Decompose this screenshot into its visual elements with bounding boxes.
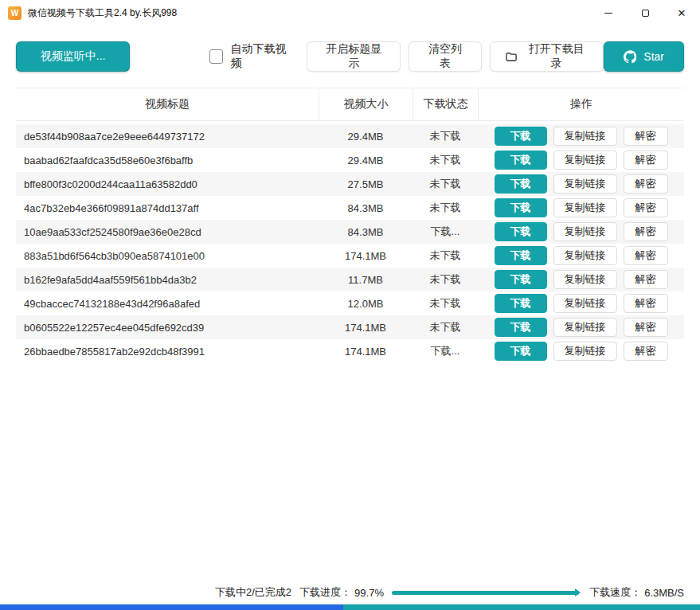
- footer-progress-strip: [0, 604, 700, 610]
- footer-progress-left: [0, 604, 343, 610]
- download-status: 未下载: [413, 129, 478, 143]
- auto-download-label: 自动下载视频: [230, 42, 294, 71]
- decrypt-button[interactable]: 解密: [624, 246, 668, 265]
- video-size: 174.1MB: [319, 250, 413, 262]
- download-button[interactable]: 下载: [495, 222, 547, 241]
- app-icon: W: [8, 6, 22, 20]
- app-window: W 微信视频号下载工具2.4 by.长风998 ✕ 视频监听中... 自动下载视…: [0, 0, 700, 610]
- video-size: 27.5MB: [319, 178, 413, 190]
- column-header-title: 视频标题: [16, 88, 319, 120]
- copy-link-button[interactable]: 复制链接: [553, 151, 617, 170]
- decrypt-button[interactable]: 解密: [624, 270, 668, 289]
- copy-link-button[interactable]: 复制链接: [553, 246, 617, 265]
- titlebar: W 微信视频号下载工具2.4 by.长风998 ✕: [0, 0, 700, 25]
- table-body: de53f44b908aa7ce2e9eee6449737172 29.4MB …: [16, 121, 684, 363]
- copy-link-button[interactable]: 复制链接: [553, 318, 617, 337]
- video-title: de53f44b908aa7ce2e9eee6449737172: [16, 131, 319, 143]
- decrypt-button[interactable]: 解密: [624, 294, 668, 313]
- decrypt-button[interactable]: 解密: [624, 318, 668, 337]
- progress-value: 99.7%: [354, 587, 384, 599]
- clear-list-button[interactable]: 清空列表: [409, 41, 481, 72]
- table-row: de53f44b908aa7ce2e9eee6449737172 29.4MB …: [16, 124, 684, 148]
- video-title: baabad62faafdca35d58e60e3f6baffb: [16, 154, 319, 166]
- video-size: 12.0MB: [319, 298, 413, 310]
- row-actions: 下载 复制链接 解密: [478, 222, 684, 241]
- download-button[interactable]: 下载: [495, 246, 547, 265]
- row-actions: 下载 复制链接 解密: [478, 198, 684, 217]
- minimize-icon: [604, 13, 612, 14]
- column-header-actions: 操作: [478, 88, 684, 120]
- video-size: 174.1MB: [319, 346, 413, 358]
- table-row: bffe800f3c0200d244caa11a63582dd0 27.5MB …: [16, 172, 684, 196]
- video-size: 84.3MB: [319, 202, 413, 214]
- column-header-status: 下载状态: [413, 88, 478, 120]
- table-row: 26bbaedbe7855817ab2e92dcb48f3991 174.1MB…: [16, 339, 684, 363]
- table-row: baabad62faafdca35d58e60e3f6baffb 29.4MB …: [16, 148, 684, 172]
- speed-label: 下载速度：: [589, 585, 641, 600]
- auto-download-checkbox[interactable]: [209, 49, 223, 64]
- row-actions: 下载 复制链接 解密: [478, 174, 684, 194]
- download-status: 未下载: [413, 153, 478, 167]
- speed-value: 6.3MB/S: [644, 587, 684, 599]
- video-title: bffe800f3c0200d244caa11a63582dd0: [16, 178, 319, 190]
- copy-link-button[interactable]: 复制链接: [553, 270, 617, 289]
- video-size: 174.1MB: [319, 322, 413, 334]
- copy-link-button[interactable]: 复制链接: [553, 222, 617, 241]
- copy-link-button[interactable]: 复制链接: [553, 294, 617, 313]
- download-count-text: 下载中2/已完成2: [215, 585, 291, 600]
- video-title: 49cbaccec74132188e43d42f96a8afed: [16, 298, 319, 310]
- download-button[interactable]: 下载: [495, 270, 547, 289]
- title-display-button[interactable]: 开启标题显示: [307, 41, 401, 72]
- video-table: 视频标题 视频大小 下载状态 操作 de53f44b908aa7ce2e9eee…: [16, 88, 684, 363]
- copy-link-button[interactable]: 复制链接: [553, 127, 617, 146]
- row-actions: 下载 复制链接 解密: [478, 342, 684, 361]
- row-actions: 下载 复制链接 解密: [478, 246, 684, 265]
- minimize-button[interactable]: [590, 0, 627, 25]
- copy-link-button[interactable]: 复制链接: [553, 198, 617, 217]
- download-status: 下载...: [413, 344, 478, 358]
- decrypt-button[interactable]: 解密: [624, 222, 668, 241]
- close-button[interactable]: ✕: [663, 0, 700, 25]
- star-button[interactable]: Star: [604, 41, 684, 72]
- download-button[interactable]: 下载: [495, 318, 547, 337]
- window-controls: ✕: [590, 0, 700, 25]
- star-label: Star: [643, 50, 664, 63]
- decrypt-button[interactable]: 解密: [624, 127, 668, 146]
- download-status: 未下载: [413, 320, 478, 334]
- open-download-dir-button[interactable]: 打开下载目录: [490, 41, 604, 72]
- footer-progress-right: [343, 604, 700, 610]
- video-title: 4ac7b32eb4e366f09891a874dd137aff: [16, 202, 319, 214]
- download-button[interactable]: 下载: [495, 198, 547, 217]
- table-row: 10ae9aa533cf2524580f9ae36e0e28cd 84.3MB …: [16, 220, 684, 244]
- table-header-row: 视频标题 视频大小 下载状态 操作: [16, 88, 684, 121]
- row-actions: 下载 复制链接 解密: [478, 151, 684, 170]
- download-button[interactable]: 下载: [495, 151, 547, 170]
- video-size: 29.4MB: [319, 131, 413, 143]
- download-button[interactable]: 下载: [495, 174, 547, 194]
- decrypt-button[interactable]: 解密: [624, 151, 668, 170]
- copy-link-button[interactable]: 复制链接: [553, 342, 617, 361]
- video-size: 84.3MB: [319, 226, 413, 238]
- decrypt-button[interactable]: 解密: [624, 198, 668, 217]
- table-row: b0605522e12257ec4ee045dfe692cd39 174.1MB…: [16, 315, 684, 339]
- video-title: b0605522e12257ec4ee045dfe692cd39: [16, 322, 319, 334]
- download-status: 未下载: [413, 272, 478, 287]
- decrypt-button[interactable]: 解密: [624, 174, 668, 194]
- download-button[interactable]: 下载: [495, 294, 547, 313]
- monitor-button[interactable]: 视频监听中...: [16, 41, 130, 72]
- download-status: 未下载: [413, 201, 478, 215]
- download-button[interactable]: 下载: [495, 127, 547, 146]
- maximize-button[interactable]: [627, 0, 663, 25]
- download-status: 未下载: [413, 296, 478, 311]
- row-actions: 下载 复制链接 解密: [478, 294, 684, 313]
- download-button[interactable]: 下载: [495, 342, 547, 361]
- table-row: b162fe9afa5dd4aaf559f561bb4da3b2 11.7MB …: [16, 268, 684, 291]
- download-status: 未下载: [413, 177, 478, 191]
- copy-link-button[interactable]: 复制链接: [553, 174, 617, 194]
- video-size: 29.4MB: [319, 154, 413, 166]
- video-title: 10ae9aa533cf2524580f9ae36e0e28cd: [16, 226, 319, 238]
- decrypt-button[interactable]: 解密: [624, 342, 668, 361]
- row-actions: 下载 复制链接 解密: [478, 270, 684, 289]
- folder-icon: [505, 50, 518, 64]
- auto-download-option[interactable]: 自动下载视频: [209, 42, 294, 71]
